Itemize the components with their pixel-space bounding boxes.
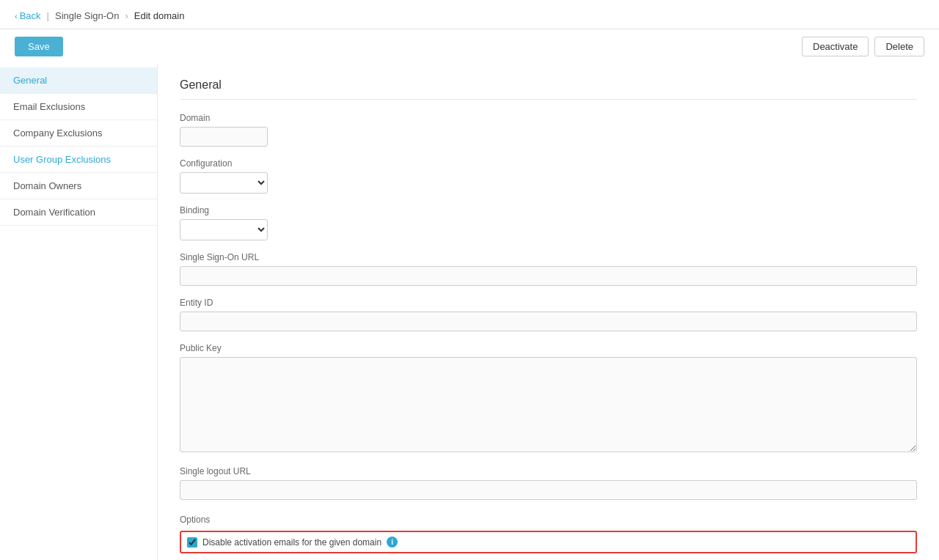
binding-label: Binding: [180, 205, 917, 215]
sidebar-item-email-exclusions[interactable]: Email Exclusions: [0, 94, 157, 120]
breadcrumb-separator-2: ›: [125, 10, 128, 21]
header: ‹ Back | Single Sign-On › Edit domain: [0, 0, 939, 29]
breadcrumb-separator-1: |: [47, 10, 49, 21]
sidebar-item-general[interactable]: General: [0, 67, 157, 94]
toolbar: Save Deactivate Delete: [0, 29, 939, 64]
single-logout-input[interactable]: [180, 480, 917, 500]
binding-field-group: Binding: [180, 205, 917, 240]
sidebar-item-user-group-exclusions[interactable]: User Group Exclusions: [0, 147, 157, 173]
sidebar-item-domain-verification[interactable]: Domain Verification: [0, 199, 157, 226]
configuration-select[interactable]: [180, 172, 268, 194]
entity-id-field-group: Entity ID: [180, 298, 917, 331]
delete-button[interactable]: Delete: [874, 37, 924, 56]
entity-id-input[interactable]: [180, 312, 917, 331]
options-section: Options Disable activation emails for th…: [180, 515, 917, 560]
public-key-field-group: Public Key: [180, 343, 917, 454]
disable-activation-emails-label: Disable activation emails for the given …: [202, 537, 381, 548]
public-key-textarea[interactable]: [180, 357, 917, 452]
configuration-label: Configuration: [180, 158, 917, 169]
single-logout-field-group: Single logout URL: [180, 466, 917, 500]
back-link[interactable]: ‹ Back: [15, 10, 41, 21]
domain-label: Domain: [180, 113, 917, 123]
section-title: General: [180, 78, 917, 100]
form-area: General Domain Configuration Binding: [158, 64, 939, 560]
sso-url-field-group: Single Sign-On URL: [180, 252, 917, 286]
disable-activation-emails-info-icon[interactable]: i: [387, 537, 398, 548]
sidebar-item-domain-owners[interactable]: Domain Owners: [0, 173, 157, 199]
sidebar-item-company-exclusions[interactable]: Company Exclusions: [0, 120, 157, 147]
disable-activation-emails-checkbox[interactable]: [187, 537, 197, 548]
entity-id-label: Entity ID: [180, 298, 917, 308]
save-button[interactable]: Save: [15, 37, 63, 56]
sidebar: General Email Exclusions Company Exclusi…: [0, 64, 158, 560]
sso-url-input[interactable]: [180, 266, 917, 286]
content-panel: General Email Exclusions Company Exclusi…: [0, 64, 939, 560]
sso-url-label: Single Sign-On URL: [180, 252, 917, 262]
chevron-left-icon: ‹: [15, 12, 18, 21]
checkbox-disable-activation-emails-row: Disable activation emails for the given …: [180, 531, 917, 553]
domain-input[interactable]: [180, 127, 268, 147]
single-logout-label: Single logout URL: [180, 466, 917, 476]
public-key-label: Public Key: [180, 343, 917, 353]
domain-field-group: Domain: [180, 113, 917, 147]
deactivate-button[interactable]: Deactivate: [802, 37, 869, 56]
binding-select[interactable]: [180, 219, 268, 240]
breadcrumb-sso: Single Sign-On: [55, 10, 119, 21]
options-label: Options: [180, 515, 917, 525]
back-label: Back: [20, 10, 41, 21]
configuration-field-group: Configuration: [180, 158, 917, 194]
breadcrumb-edit-domain: Edit domain: [134, 10, 185, 21]
toolbar-right: Deactivate Delete: [802, 37, 924, 56]
